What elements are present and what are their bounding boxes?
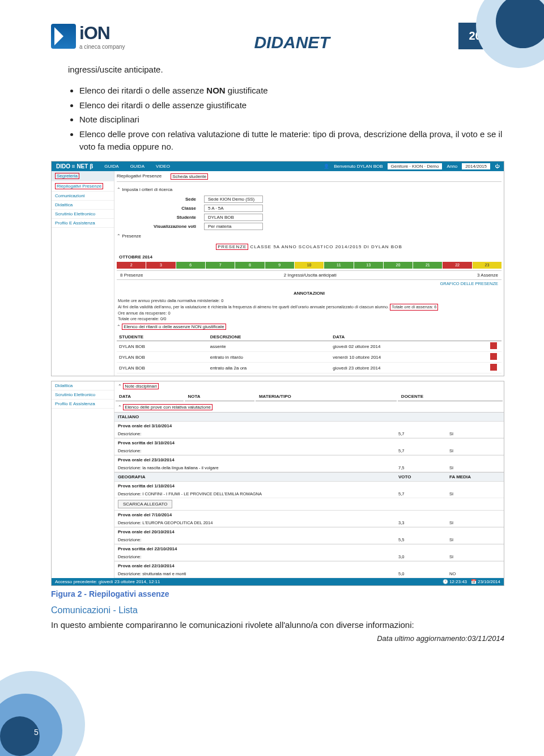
prova-row: Descrizione:5,7SI [114,430,504,438]
clock-date: 23/10/2014 [478,579,500,584]
subject-italiano: ITALIANO [114,412,504,421]
main-panel-2: Note disciplinari DATA NOTA MATERIA/TIPO… [114,381,504,578]
page: iON a cineca company DIDANET 2014 ingres… [0,0,544,756]
sede-label: Sede [139,197,196,202]
bullet-list: Elenco dei ritardi o delle assenze NON g… [51,84,504,153]
calendar-day[interactable]: 20 [384,262,413,269]
sede-select[interactable]: Sede KION Demo (SS) [204,196,263,203]
section-heading: Comunicazioni - Lista [51,605,504,615]
clock-icon: 🕐 [443,579,448,584]
calendar-day[interactable]: 21 [413,262,442,269]
calendar-day[interactable]: 8 [235,262,264,269]
col-studente: STUDENTE [117,333,208,341]
status-bar: Accesso precedente: giovedì 23 ottobre 2… [52,578,504,585]
note-col-nota: NOTA [185,392,254,401]
calendar-day[interactable]: 7 [206,262,235,269]
presenze-summary: 8 Presenze 2 Ingressi/Uscita anticipati … [117,270,502,280]
power-icon[interactable]: ⏻ [495,164,499,169]
tabs: Riepilogativi Presenze Scheda studente [117,173,502,182]
elenco-title[interactable]: Elenco dei ritardi o delle assenze NON g… [117,322,502,332]
prova-heading: Prova orale del 20/10/2014 [114,527,504,536]
sidebar2-didattica[interactable]: Didattica [52,381,114,390]
anno-select[interactable]: 2014/2015 [462,163,490,169]
screenshot-app-2: Didattica Scrutinio Elettronico Profilo … [51,381,504,586]
grafico-link[interactable]: GRAFICO DELLE PRESENZE [117,280,502,287]
page-number: 5 [34,728,39,737]
scarica-allegato-button[interactable]: SCARICA ALLEGATO [118,500,172,508]
calendar-day[interactable]: 6 [176,262,205,269]
page-header: iON a cineca company DIDANET 2014 [51,23,504,52]
note-title[interactable]: Note disciplinari [114,381,504,391]
note-col-materia: MATERIA/TIPO [256,392,397,401]
calendar-day[interactable]: 2 [117,262,146,269]
sidebar-item-scrutinio[interactable]: Scrutinio Elettronico [52,210,114,219]
vis-select[interactable]: Per materia [204,223,263,230]
calendar-day[interactable]: 22 [443,262,471,269]
studente-label: Studente [139,215,196,220]
sidebar2-scrutinio[interactable]: Scrutinio Elettronico [52,390,114,400]
page-title: DIDANET [254,33,329,52]
calendar-day[interactable]: 23 [473,262,502,269]
logo-subtitle: a cineca company [79,44,125,50]
annot-text: Monte ore annuo previsto dalla normativa… [117,298,502,322]
subject-geografia: GEOGRAFIA [118,474,398,479]
user-icon: 👤 [324,164,329,169]
prova-row: Descrizione: I CONFINI - I FIUMI - LE PR… [114,490,504,498]
menu-help[interactable]: GUIDA [104,164,118,169]
anno-label: Anno [447,164,457,169]
calendar-day[interactable]: 10 [295,262,324,269]
col-voto: VOTO [398,474,449,479]
criteri-title[interactable]: Imposta i criteri di ricerca [117,185,502,194]
note-col-data: DATA [116,392,184,401]
summary-assenze: 3 Assenze [477,273,498,278]
welcome-text: Benvenuto DYLAN BOB [334,164,382,169]
topbar: DIDO ≡ NET β GUIDA GUIDA VIDEO 👤 Benvenu… [52,162,504,171]
sidebar-item-didattica[interactable]: Didattica [52,201,114,210]
calendar-day[interactable]: 13 [354,262,383,269]
sidebar-item-segreteria[interactable]: Segreteria [52,171,114,181]
calendar-day[interactable]: 3 [146,262,175,269]
sidebar-item-comunicazioni[interactable]: Comunicazioni [52,192,114,201]
sidebar-item-profilo[interactable]: Profilo E Assistenza [52,219,114,228]
note-table: DATA NOTA MATERIA/TIPO DOCENTE [114,391,504,402]
table-row: DYLAN BOBassentegiovedì 02 ottobre 2014 [117,341,502,352]
calendar-row: 23678910111320212223 [117,262,502,269]
prova-row: Descrizione: la nascita della lingua ita… [114,464,504,472]
calendar-day[interactable]: 11 [324,262,353,269]
month-label: OTTOBRE 2014 [117,253,502,261]
classe-select[interactable]: 5 A · 5A [204,205,263,212]
calendar-day[interactable]: 9 [265,262,294,269]
tab-scheda[interactable]: Scheda studente [171,173,208,180]
bullet-item: Elenco delle prove con relativa valutazi… [79,128,504,153]
prove-title[interactable]: Elenco delle prove con relativa valutazi… [114,402,504,412]
sidebar-item-riepilogativi[interactable]: Riepilogativi Presenze [52,181,114,192]
prova-heading: Prova scritta del 1/10/2014 [114,481,504,490]
summary-ingressi: 2 Ingressi/Uscita anticipati [284,273,337,278]
logo-mark-icon [51,24,76,49]
tab-riepilogativi[interactable]: Riepilogativi Presenze [117,173,162,180]
annot-title: ANNOTAZIONI [117,291,502,296]
presenze-section[interactable]: Presenze [117,232,502,240]
summary-presenze: 8 Presenze [120,273,143,278]
sidebar2-profilo[interactable]: Profilo E Assistenza [52,400,114,409]
menu-video[interactable]: VIDEO [156,164,170,169]
logo-name: iON [79,23,125,44]
col-descrizione: DESCRIZIONE [208,333,331,341]
decorative-circles-top [470,0,544,74]
footer-date: Data ultimo aggiornamento:03/11/2014 [51,634,504,643]
table-row: DYLAN BOBentrato in ritardovenerdì 10 ot… [117,352,502,363]
col-data: DATA [330,333,488,341]
profile-select[interactable]: Genitore · KION · Demo [388,163,443,169]
prova-heading: Prova orale del 22/10/2014 [114,561,504,570]
menu-guida[interactable]: GUIDA [130,164,144,169]
bullet-item: Elenco dei ritardi o delle assenze giust… [79,99,504,112]
studente-select[interactable]: DYLAN BOB [204,214,263,221]
prova-heading: Prova orale del 23/10/2014 [114,455,504,464]
clock-time: 12:23:43 [449,579,467,584]
body-text: ingressi/uscite anticipate. Elenco dei r… [51,63,504,153]
figure-caption: Figura 2 - Riepilogativi assenze [51,589,504,598]
elenco-table: STUDENTE DESCRIZIONE DATA DYLAN BOBassen… [117,333,502,373]
action-icon [490,353,497,360]
decorative-circles-bottom [0,665,91,756]
prova-row: Descrizione: L'EUROPA GEOPOLITICA DEL 20… [114,519,504,527]
